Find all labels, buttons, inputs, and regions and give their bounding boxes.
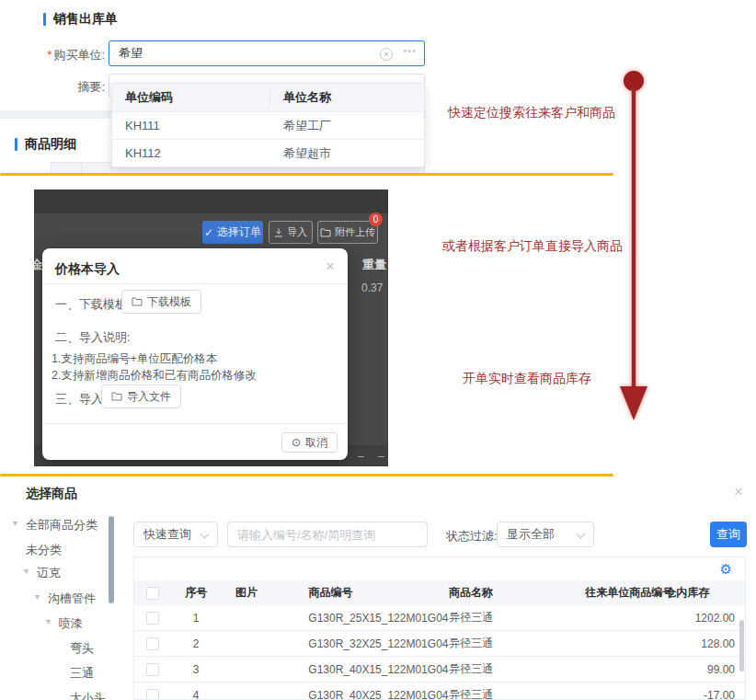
table-row[interactable]: 3 G130R_40X15_122M01G04 异径三通 99.00 <box>134 657 745 683</box>
required-mark: * <box>47 48 52 62</box>
tree-node-all-categories[interactable]: 全部商品分类 <box>26 517 97 534</box>
tree-node-painted[interactable]: 喷漆 <box>59 615 83 632</box>
table-row[interactable]: 4 G130R_40X25_122M01G04 异径三通 -17.00 <box>134 683 745 700</box>
price-import-modal: 价格本导入 × 一、下载模板: 下载模板 二、导入说明: 1.支持商品编号+单位… <box>42 248 348 460</box>
download-template-button[interactable]: 下载模板 <box>121 290 201 314</box>
caret-down-icon[interactable]: ▾ <box>35 591 40 602</box>
attachment-upload-button[interactable]: 附件上传 <box>317 221 378 244</box>
chevron-down-icon <box>200 530 210 539</box>
row-checkbox[interactable] <box>146 637 159 650</box>
modal-title: 价格本导入 <box>55 261 120 278</box>
step1-label: 一、下载模板: <box>55 296 131 313</box>
annotation-note-3: 开单实时查看商品库存 <box>463 371 591 387</box>
buyer-input-wrap: × ••• <box>109 40 425 66</box>
import-button[interactable]: 导入 <box>269 221 313 244</box>
title-accent-bar <box>43 13 46 26</box>
chevron-down-icon <box>577 530 586 539</box>
embedded-screenshot: ✓ 选择订单 导入 附件上传 0 金 重量 0.37 0.00 – 12.11 … <box>34 189 388 466</box>
modal-divider <box>42 283 348 284</box>
download-icon <box>274 228 283 237</box>
annotation-note-1: 快速定位搜索往来客户和商品 <box>448 105 615 121</box>
dropdown-option[interactable]: KH112 希望超市 <box>112 139 424 166</box>
table-header-row: 序号 图片 商品编号 商品名称 往来单位商品编号 仓内库存 <box>134 580 745 605</box>
dialog-close-icon[interactable]: × <box>734 483 743 501</box>
row-checkbox[interactable] <box>146 612 159 625</box>
footer-value: – <box>358 450 364 463</box>
caret-down-icon[interactable]: ▾ <box>46 616 51 626</box>
tree-scrollbar[interactable] <box>109 516 114 603</box>
table-row[interactable]: 1 G130R_25X15_122M01G04 异径三通 1202.00 <box>134 605 745 631</box>
product-table-panel: ⚙ 序号 图片 商品编号 商品名称 往来单位商品编号 仓内库存 1 G130R_… <box>133 557 746 700</box>
import-file-button[interactable]: 导入文件 <box>101 384 181 408</box>
tree-node-tee[interactable]: 三通 <box>70 665 94 682</box>
row-checkbox[interactable] <box>146 663 159 676</box>
table-scrollbar[interactable] <box>739 620 744 671</box>
product-picker-dialog: 选择商品 × ▾ 全部商品分类 未分类 ▾ 迈克 ▾ 沟槽管件 ▾ 喷漆 弯头 … <box>0 476 756 700</box>
yellow-divider-1 <box>0 173 613 176</box>
select-order-button[interactable]: ✓ 选择订单 <box>202 221 263 244</box>
caret-down-icon[interactable]: ▾ <box>24 566 29 576</box>
detail-section-title-text: 商品明细 <box>25 136 76 153</box>
weight-column-header: 重量 <box>362 257 386 273</box>
buyer-label: *购买单位: <box>35 47 105 63</box>
import-note-2: 2.支持新增商品价格和已有商品价格修改 <box>52 368 257 384</box>
gear-icon[interactable]: ⚙ <box>720 561 732 578</box>
tree-node-uncategorized[interactable]: 未分类 <box>26 542 62 558</box>
dialog-title: 选择商品 <box>26 486 77 502</box>
step3-label: 三、导入: <box>55 391 107 407</box>
title-accent-bar <box>15 138 17 151</box>
quick-query-select[interactable]: 快速查询 <box>133 522 218 547</box>
col-unit-name: 单位名称 <box>269 89 424 106</box>
row-checkbox[interactable] <box>146 689 159 700</box>
folder-icon <box>132 297 143 306</box>
table-row[interactable]: 2 G130R_32X25_122M01G04 异径三通 128.00 <box>134 631 745 657</box>
annotation-note-2: 或者根据客户订单直接导入商品 <box>442 238 623 255</box>
footer-value: – <box>378 450 384 463</box>
check-icon: ✓ <box>204 226 213 239</box>
folder-icon <box>111 392 122 401</box>
tree-node-reducer[interactable]: 大小头 <box>70 690 106 700</box>
search-input-wrap <box>227 522 428 547</box>
buyer-autocomplete-dropdown: 单位编码 单位名称 KH111 希望工厂 KH112 希望超市 <box>111 83 425 167</box>
tree-node-maike[interactable]: 迈克 <box>37 565 61 581</box>
upload-count-badge: 0 <box>369 212 383 226</box>
buyer-input[interactable] <box>109 41 424 65</box>
page-title-text: 销售出库单 <box>53 11 118 28</box>
dropdown-header-row: 单位编码 单位名称 <box>112 84 424 111</box>
query-button[interactable]: 查询 <box>710 522 747 547</box>
status-filter-select[interactable]: 显示全部 <box>497 522 594 547</box>
yellow-divider-2 <box>0 474 613 476</box>
clear-icon[interactable]: × <box>380 48 393 61</box>
page-title: 销售出库单 <box>43 11 118 28</box>
modal-footer-divider <box>42 423 348 424</box>
summary-label: 摘要: <box>35 79 105 96</box>
weight-value: 0.37 <box>361 281 383 294</box>
status-filter-label: 状态过滤: <box>446 528 498 545</box>
select-all-checkbox[interactable] <box>146 587 159 600</box>
product-search-input[interactable] <box>228 522 427 546</box>
caret-down-icon[interactable]: ▾ <box>13 518 17 528</box>
screenshot-top-strip <box>34 189 388 213</box>
cancel-button[interactable]: ⊙ 取消 <box>281 432 338 453</box>
cancel-icon: ⊙ <box>292 436 301 449</box>
more-options-icon[interactable]: ••• <box>403 45 417 56</box>
detail-section-title: 商品明细 <box>15 136 76 153</box>
col-unit-code: 单位编码 <box>112 89 269 106</box>
tree-node-grooved-fittings[interactable]: 沟槽管件 <box>48 591 96 607</box>
dropdown-option[interactable]: KH111 希望工厂 <box>112 111 424 139</box>
import-note-1: 1.支持商品编号+单位匹配价格本 <box>52 351 217 367</box>
step2-label: 二、导入说明: <box>55 329 131 346</box>
modal-close-icon[interactable]: × <box>326 258 335 276</box>
tree-node-elbow[interactable]: 弯头 <box>70 640 94 657</box>
red-arrow <box>607 64 660 428</box>
folder-icon <box>320 228 331 237</box>
